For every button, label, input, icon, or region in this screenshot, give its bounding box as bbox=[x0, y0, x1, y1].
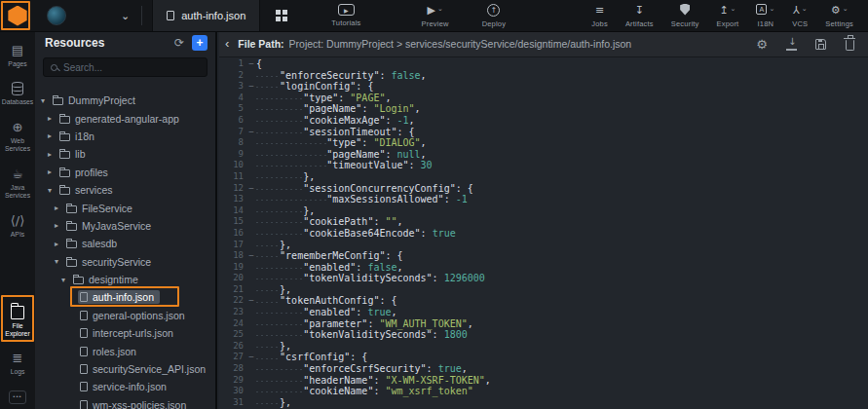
deploy-arrow-icon bbox=[487, 4, 500, 17]
editor-settings-gear-icon[interactable]: ⚙ bbox=[755, 37, 769, 51]
code-text: { bbox=[256, 58, 262, 70]
fold-toggle-icon bbox=[246, 318, 256, 330]
file-icon bbox=[80, 292, 88, 302]
tree-item[interactable]: ▾DummyProject bbox=[35, 92, 215, 109]
resource-tree: ▾DummyProject▸generated-angular-app▸i18n… bbox=[35, 80, 215, 409]
chevron-right-icon[interactable]: ▸ bbox=[48, 150, 57, 159]
tree-item[interactable]: ▾designtime bbox=[35, 271, 215, 288]
security-button[interactable]: Security bbox=[662, 4, 708, 28]
sidebar-item-file-explorer[interactable]: File Explorer bbox=[0, 296, 35, 346]
add-resource-button[interactable]: + bbox=[192, 35, 208, 51]
deploy-button[interactable]: Deploy bbox=[473, 4, 515, 28]
sidebar-item-databases[interactable]: Databases bbox=[0, 75, 35, 113]
tree-item[interactable]: securityService_API.json bbox=[35, 360, 215, 378]
download-icon[interactable] bbox=[784, 37, 798, 51]
project-avatar[interactable] bbox=[47, 6, 66, 25]
code-text: "cookieName": "wm_xsrf_token" bbox=[256, 386, 473, 397]
tree-item[interactable]: ▸salesdb bbox=[35, 235, 215, 252]
search-input[interactable] bbox=[63, 62, 200, 73]
code-line: 20"tokenValiditySeconds": 1296000 bbox=[219, 273, 868, 284]
fold-toggle-icon[interactable]: – bbox=[246, 295, 256, 307]
sidebar-item-web-services[interactable]: ⊕Web Services bbox=[0, 114, 35, 161]
line-number: 23 bbox=[219, 307, 246, 318]
chevron-down-icon[interactable]: ▾ bbox=[55, 257, 64, 266]
i18n-button[interactable]: A⌄I18N bbox=[747, 4, 783, 28]
jobs-label: Jobs bbox=[591, 19, 608, 28]
tree-item[interactable]: ▸FileService bbox=[35, 199, 215, 216]
dashboard-grid-icon[interactable] bbox=[276, 10, 287, 21]
project-switcher-chevron-icon[interactable]: ⌄ bbox=[121, 10, 130, 22]
tree-item[interactable]: ▾services bbox=[35, 181, 215, 199]
chevron-down-icon[interactable]: ▾ bbox=[48, 186, 57, 195]
tree-item-label: MyJavaService bbox=[82, 220, 151, 232]
trash-icon[interactable] bbox=[843, 37, 856, 51]
tree-item[interactable]: auth-info.json bbox=[35, 288, 215, 306]
fold-toggle-icon[interactable]: – bbox=[246, 183, 256, 195]
tree-item[interactable]: ▸MyJavaService bbox=[35, 217, 215, 235]
tree-item[interactable]: roles.json bbox=[35, 342, 215, 359]
chevron-right-icon[interactable]: ▸ bbox=[55, 240, 64, 248]
sidebar-item-apis[interactable]: ⟨/⟩APIs bbox=[0, 207, 35, 245]
fold-toggle-icon bbox=[246, 307, 256, 318]
tree-item[interactable]: service-info.json bbox=[35, 378, 215, 395]
folder-icon bbox=[66, 205, 77, 213]
app-logo-button[interactable] bbox=[0, 0, 35, 31]
fold-toggle-icon[interactable]: – bbox=[246, 352, 256, 363]
tree-item[interactable]: intercept-urls.json bbox=[35, 324, 215, 342]
chevron-right-icon[interactable]: ▸ bbox=[55, 204, 64, 212]
code-line: 28"enforceCsrfSecurity": true, bbox=[219, 363, 868, 375]
sidebar-item-more[interactable]: ••• bbox=[0, 388, 35, 407]
code-line: 3–"loginConfig": { bbox=[219, 81, 868, 93]
line-number: 29 bbox=[219, 375, 246, 387]
sidebar-item-logs[interactable]: ≣Logs bbox=[0, 345, 35, 383]
fold-toggle-icon bbox=[246, 216, 256, 228]
tree-item[interactable]: ▸profiles bbox=[35, 164, 215, 181]
web-services-label: Web Services bbox=[0, 137, 35, 154]
refresh-icon[interactable]: ⟳ bbox=[174, 36, 184, 50]
code-text: "enforceCsrfSecurity": true, bbox=[256, 363, 468, 375]
sidebar-item-pages[interactable]: ▤Pages bbox=[0, 37, 35, 75]
tree-item-label: designtime bbox=[89, 274, 138, 285]
collapse-panel-icon[interactable]: ‹ bbox=[225, 36, 229, 51]
jobs-button[interactable]: ≡Jobs bbox=[583, 4, 617, 28]
fold-toggle-icon[interactable]: – bbox=[246, 81, 256, 93]
code-text: "tokenValiditySeconds": 1296000 bbox=[256, 273, 485, 284]
vcs-button[interactable]: ⅄⌄VCS bbox=[783, 4, 816, 28]
tutorials-button[interactable]: Tutorials bbox=[322, 4, 369, 27]
artifacts-button[interactable]: ↧Artifacts bbox=[617, 4, 662, 28]
preview-button[interactable]: ▶ ⌄ Preview bbox=[413, 4, 458, 28]
line-number: 7 bbox=[219, 127, 246, 138]
line-number: 28 bbox=[219, 363, 246, 375]
fold-toggle-icon bbox=[246, 273, 256, 284]
resources-panel: Resources ⟳ + ▾DummyProject▸generated-an… bbox=[35, 31, 217, 409]
settings-button[interactable]: ⚙⌄Settings bbox=[816, 4, 862, 28]
video-play-icon bbox=[338, 4, 355, 16]
code-text: "timeoutValue": 30 bbox=[256, 160, 433, 171]
save-icon[interactable] bbox=[813, 37, 827, 51]
open-file-tab[interactable]: auth-info.json bbox=[152, 0, 260, 31]
code-line: 24"parameter": "WM_AUTH_TOKEN", bbox=[219, 318, 868, 330]
file-icon bbox=[80, 328, 88, 338]
export-button[interactable]: ↥⌄Export bbox=[708, 4, 748, 28]
sidebar-item-java-services[interactable]: ☕Java Services bbox=[0, 161, 35, 207]
fold-toggle-icon[interactable]: – bbox=[246, 58, 256, 70]
code-text: "cookieMaxAge": -1, bbox=[256, 115, 415, 127]
chevron-right-icon[interactable]: ▸ bbox=[48, 114, 57, 123]
code-text: }, bbox=[256, 171, 315, 183]
tree-item[interactable]: ▸lib bbox=[35, 145, 215, 163]
fold-toggle-icon[interactable]: – bbox=[246, 127, 256, 138]
tree-item[interactable]: general-options.json bbox=[35, 307, 215, 324]
tree-item[interactable]: wm-xss-policies.json bbox=[35, 396, 215, 409]
folder-icon bbox=[53, 97, 63, 105]
chevron-right-icon[interactable]: ▸ bbox=[48, 131, 57, 140]
chevron-down-icon[interactable]: ▾ bbox=[41, 96, 51, 105]
tree-item[interactable]: ▸i18n bbox=[35, 128, 215, 145]
chevron-right-icon[interactable]: ▸ bbox=[48, 167, 57, 176]
chevron-right-icon[interactable]: ▸ bbox=[55, 221, 64, 230]
code-editor[interactable]: 1–{2"enforceSecurity": false,3–"loginCon… bbox=[219, 56, 868, 409]
code-line: 30"cookieName": "wm_xsrf_token" bbox=[219, 386, 868, 397]
tree-item[interactable]: ▾securityService bbox=[35, 253, 215, 271]
fold-toggle-icon[interactable]: – bbox=[246, 250, 256, 262]
tree-item[interactable]: ▸generated-angular-app bbox=[35, 109, 215, 127]
chevron-down-icon[interactable]: ▾ bbox=[61, 276, 71, 284]
